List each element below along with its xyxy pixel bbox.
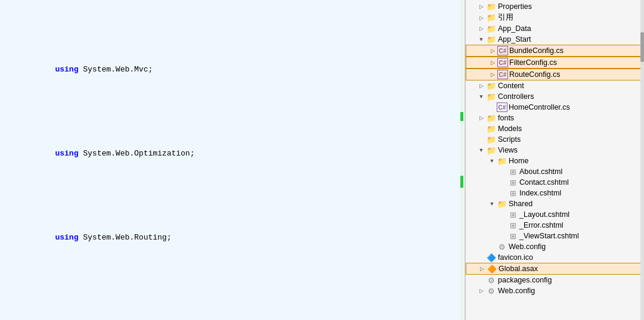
tree-item-scripts[interactable]: 📁 Scripts (466, 134, 644, 145)
cshtml-icon: ⊞ (507, 210, 518, 219)
code-line: using System.Web.Mvc; (5, 52, 465, 88)
tree-item-views[interactable]: ▼ 📁 Views (466, 145, 644, 156)
tree-arrow: ▷ (476, 26, 486, 32)
config-icon: ⚙ (497, 242, 507, 251)
tree-label: HomeController.cs (509, 103, 570, 111)
tree-item-home[interactable]: ▼ 📁 Home (466, 156, 644, 166)
shared-label: Shared (509, 200, 532, 208)
tree-item-content[interactable]: ▷ 📁 Content (466, 80, 644, 91)
tree-item-filterconfig[interactable]: ▷ C# FilterConfig.cs (466, 57, 644, 69)
line-content: using System.Web.Routing; (16, 220, 465, 256)
tree-item-app-data[interactable]: ▷ 📁 App_Data (466, 23, 644, 34)
tree-arrow: ▷ (476, 15, 486, 21)
tree-label: Properties (498, 2, 532, 11)
tree-label: Models (498, 125, 522, 133)
tree-arrow: ▷ (477, 266, 487, 272)
cshtml-icon: ⊞ (507, 178, 518, 187)
scroll-overview (460, 0, 463, 320)
ico-icon: 🔷 (486, 253, 497, 262)
code-line: using System.Web.Routing; (5, 220, 465, 256)
folder-icon: 📁 (486, 135, 497, 144)
tree-label: _Layout.cshtml (519, 210, 569, 219)
cs-icon: C# (497, 102, 507, 112)
tree-item-layout[interactable]: ⊞ _Layout.cshtml (466, 209, 644, 220)
folder-icon: 📁 (486, 24, 497, 33)
tree-container: ▷ 📁 Properties ▷ 📁 引用 ▷ 📁 App_Data ▼ 📁 A… (466, 0, 644, 320)
code-line: using System.Web.Optimization; (5, 136, 465, 172)
tree-label: Views (498, 146, 518, 154)
folder-icon: 📁 (486, 2, 497, 11)
tree-item-favicon[interactable]: 🔷 favicon.ico (466, 252, 644, 263)
code-area: using System.Web.Mvc; using System.Web.O… (0, 0, 465, 320)
folder-icon: 📁 (486, 13, 497, 23)
tree-item-routeconfig[interactable]: ▷ C# RouteConfig.cs (466, 69, 644, 80)
tree-label: About.cshtml (519, 167, 562, 176)
config-icon: ⚙ (486, 275, 497, 285)
tree-label: favicon.ico (498, 253, 533, 262)
tree-label: _ViewStart.cshtml (519, 232, 579, 240)
folder-icon: 📁 (497, 199, 507, 209)
tree-item-packages-config[interactable]: ⚙ packages.config (466, 275, 644, 285)
folder-icon: 📁 (497, 156, 507, 166)
tree-label: 引用 (498, 13, 513, 23)
tree-label: _Error.cshtml (519, 221, 564, 229)
tree-arrow: ▷ (476, 4, 486, 10)
tree-item-references[interactable]: ▷ 📁 引用 (466, 12, 644, 23)
tree-arrow: ▼ (476, 147, 486, 153)
tree-label: App_Start (498, 35, 531, 44)
tree-label: fonts (498, 114, 514, 122)
folder-icon: 📁 (486, 35, 497, 44)
tree-label: Scripts (498, 135, 521, 144)
tree-item-fonts[interactable]: ▷ 📁 fonts (466, 113, 644, 123)
tree-item-controllers[interactable]: ▼ 📁 Controllers (466, 91, 644, 102)
tree-item-viewstart[interactable]: ⊞ _ViewStart.cshtml (466, 231, 644, 241)
tree-arrow: ▼ (476, 94, 486, 100)
tree-label: Web.config (509, 243, 546, 251)
tree-label: Contact.cshtml (519, 178, 569, 187)
folder-icon: 📁 (486, 81, 497, 91)
tree-item-models[interactable]: 📁 Models (466, 123, 644, 134)
tree-item-index[interactable]: ⊞ Index.cshtml (466, 188, 644, 198)
tree-item-global-asax[interactable]: ▷ 🔶 Global.asax (466, 263, 644, 275)
tree-arrow: ▼ (487, 201, 497, 207)
tree-item-homecontroller[interactable]: C# HomeController.cs (466, 102, 644, 113)
code-panel: using System.Web.Mvc; using System.Web.O… (0, 0, 465, 320)
line-content: using System.Web.Mvc; (16, 52, 465, 88)
scroll-marker (460, 112, 463, 121)
config-icon: ⚙ (486, 286, 497, 296)
folder-icon: 📁 (486, 124, 497, 133)
tree-arrow: ▷ (488, 60, 497, 66)
tree-item-shared[interactable]: ▼ 📁 Shared (466, 198, 644, 209)
tree-item-contact[interactable]: ⊞ Contact.cshtml (466, 177, 644, 188)
solution-panel: ▷ 📁 Properties ▷ 📁 引用 ▷ 📁 App_Data ▼ 📁 A… (465, 0, 644, 320)
tree-item-error[interactable]: ⊞ _Error.cshtml (466, 220, 644, 231)
tree-label: BundleConfig.cs (509, 46, 564, 55)
tree-arrow: ▷ (476, 115, 486, 121)
tree-label: Global.asax (499, 265, 538, 273)
cshtml-icon: ⊞ (507, 231, 518, 241)
tree-item-webconfig-root[interactable]: ▷ ⚙ Web.config (466, 285, 644, 296)
scrollbar-track[interactable] (640, 0, 644, 320)
tree-item-app-start[interactable]: ▼ 📁 App_Start (466, 34, 644, 45)
keyword: using (55, 65, 78, 74)
tree-arrow: ▷ (488, 72, 497, 77)
scrollbar-thumb[interactable] (640, 32, 644, 62)
cshtml-icon: ⊞ (507, 220, 518, 230)
tree-arrow: ▷ (476, 83, 486, 89)
scroll-marker (460, 176, 463, 188)
tree-arrow: ▷ (488, 48, 497, 54)
tree-item-properties[interactable]: ▷ 📁 Properties (466, 1, 644, 12)
tree-label: App_Data (498, 24, 531, 33)
tree-label: packages.config (498, 276, 552, 284)
keyword: using (55, 233, 78, 242)
tree-item-about[interactable]: ⊞ About.cshtml (466, 166, 644, 177)
asax-icon: 🔶 (487, 264, 497, 274)
cshtml-icon: ⊞ (507, 188, 518, 198)
cs-icon: C# (497, 58, 508, 67)
tree-item-webconfig-views[interactable]: ⚙ Web.config (466, 241, 644, 252)
folder-icon: 📁 (486, 113, 497, 123)
tree-label: FilterConfig.cs (509, 58, 557, 67)
tree-item-bundleconfig[interactable]: ▷ C# BundleConfig.cs (466, 45, 644, 57)
tree-arrow: ▷ (476, 288, 486, 294)
tree-label: Web.config (498, 287, 535, 295)
